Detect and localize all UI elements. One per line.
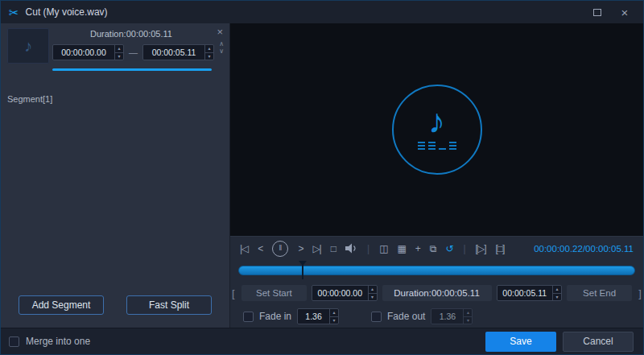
fade-in-stepper: ▴ ▾ bbox=[329, 309, 338, 324]
segment-end-input[interactable]: ▴ ▾ bbox=[142, 44, 214, 60]
fade-in-label: Fade in bbox=[259, 311, 291, 322]
spin-up-icon[interactable]: ▴ bbox=[205, 45, 213, 53]
titlebar: ✂ Cut (My voice.wav) × bbox=[1, 1, 643, 23]
window-title: Cut (My voice.wav) bbox=[26, 6, 108, 18]
trim-end-input[interactable]: ▴ ▾ bbox=[497, 285, 562, 301]
spin-up-icon[interactable]: ▴ bbox=[464, 309, 472, 317]
go-start-icon[interactable]: |◁ bbox=[240, 244, 248, 254]
segment-thumbnail[interactable]: ♪ bbox=[7, 28, 49, 64]
stop-icon[interactable]: □ bbox=[331, 244, 336, 254]
trim-duration-label: Duration:00:00:05.11 bbox=[382, 285, 492, 301]
left-bracket: [ bbox=[230, 287, 237, 299]
current-time: 00:00:00.22 bbox=[534, 244, 583, 254]
segment-actions: Add Segment Fast Split bbox=[1, 295, 229, 328]
set-start-button[interactable]: Set Start bbox=[242, 285, 307, 301]
time-range-dash: — bbox=[129, 47, 138, 57]
segment-end-stepper: ▴ ▾ bbox=[204, 45, 213, 60]
right-bracket: ] bbox=[637, 287, 643, 299]
fade-in-input[interactable]: ▴ ▾ bbox=[297, 308, 339, 324]
segment-reorder: ∧ ∨ bbox=[219, 41, 224, 55]
segment-close-icon[interactable]: × bbox=[217, 27, 223, 37]
segment-duration-label: Duration:00:00:05.11 bbox=[52, 29, 210, 39]
playback-time: 00:00:00.22/00:00:05.11 bbox=[534, 244, 634, 254]
fade-out-input[interactable]: ▴ ▾ bbox=[431, 308, 473, 324]
audio-preview-area: ♪ bbox=[230, 23, 643, 236]
fade-controls: Fade in ▴ ▾ Fade out ▴ ▾ bbox=[230, 305, 643, 328]
spin-down-icon[interactable]: ▾ bbox=[464, 317, 472, 324]
add-segment-button[interactable]: Add Segment bbox=[19, 295, 104, 315]
spin-up-icon[interactable]: ▴ bbox=[330, 309, 338, 317]
copy-segment-icon[interactable]: ⧉ bbox=[430, 244, 436, 254]
spin-up-icon[interactable]: ▴ bbox=[369, 286, 377, 294]
stop-segment-icon[interactable]: [□] bbox=[496, 244, 505, 254]
toolbar-divider: | bbox=[367, 243, 369, 254]
step-forward-icon[interactable]: > bbox=[298, 244, 303, 254]
maximize-button[interactable] bbox=[587, 4, 608, 20]
spin-down-icon[interactable]: ▾ bbox=[330, 317, 338, 324]
scissors-icon: ✂ bbox=[9, 6, 19, 19]
playhead-marker[interactable] bbox=[298, 261, 308, 282]
chevron-down-icon[interactable]: ∨ bbox=[219, 48, 224, 55]
toolbar-divider: | bbox=[463, 243, 465, 254]
fade-out-stepper: ▴ ▾ bbox=[463, 309, 472, 324]
segment-start-stepper: ▴ ▾ bbox=[114, 45, 123, 60]
segment-start-field[interactable] bbox=[53, 45, 114, 60]
trim-start-input[interactable]: ▴ ▾ bbox=[312, 285, 377, 301]
pause-icon[interactable]: ‖ bbox=[272, 241, 288, 257]
spin-up-icon[interactable]: ▴ bbox=[553, 286, 561, 294]
volume-icon[interactable] bbox=[345, 243, 357, 254]
spin-up-icon[interactable]: ▴ bbox=[115, 45, 123, 53]
equalizer-icon bbox=[418, 142, 456, 150]
chevron-up-icon[interactable]: ∧ bbox=[219, 41, 224, 47]
merge-into-one-label: Merge into one bbox=[26, 336, 90, 347]
trim-end-field[interactable] bbox=[497, 286, 552, 300]
play-segment-icon[interactable]: [▷] bbox=[476, 244, 486, 254]
trim-end-stepper: ▴ ▾ bbox=[552, 286, 561, 300]
close-button[interactable]: × bbox=[614, 4, 635, 20]
fade-out-field[interactable] bbox=[431, 309, 463, 324]
transport-bar: |◁ < ‖ > ▷| □ | ◫ ▦ + ⧉ ↺ | [▷] [□] 00:0… bbox=[230, 236, 643, 260]
fade-out-checkbox[interactable] bbox=[371, 312, 382, 322]
cut-dialog-window: ✂ Cut (My voice.wav) × ♪ Duration:00:00:… bbox=[0, 0, 644, 355]
segment-time-row: ▴ ▾ — ▴ ▾ bbox=[52, 44, 214, 60]
fade-in-checkbox[interactable] bbox=[243, 312, 254, 322]
fade-in-field[interactable] bbox=[298, 309, 329, 324]
music-note-icon: ♪ bbox=[428, 105, 445, 138]
go-end-icon[interactable]: ▷| bbox=[312, 244, 320, 254]
trim-controls: [ Set Start ▴ ▾ Duration:00:00:05.11 ▴ ▾… bbox=[230, 281, 643, 305]
segment-editor: ♪ Duration:00:00:05.11 × ∧ ∨ ▴ ▾ — bbox=[1, 23, 229, 93]
cancel-button[interactable]: Cancel bbox=[563, 332, 634, 352]
spin-down-icon[interactable]: ▾ bbox=[369, 294, 377, 301]
step-back-icon[interactable]: < bbox=[258, 244, 262, 254]
save-button[interactable]: Save bbox=[485, 332, 556, 352]
preview-panel: ♪ |◁ < ‖ > ▷| □ | bbox=[230, 23, 643, 328]
fade-out-label: Fade out bbox=[387, 311, 425, 322]
split-segment-icon[interactable]: ◫ bbox=[379, 244, 387, 254]
audio-placeholder-icon: ♪ bbox=[392, 85, 482, 175]
spin-down-icon[interactable]: ▾ bbox=[205, 53, 213, 60]
trim-start-field[interactable] bbox=[312, 286, 367, 300]
maximize-icon bbox=[593, 9, 601, 16]
music-note-icon: ♪ bbox=[24, 37, 32, 56]
timeline-track[interactable] bbox=[238, 266, 635, 275]
playhead-line bbox=[302, 265, 303, 279]
timeline-row bbox=[230, 260, 643, 281]
fast-split-button[interactable]: Fast Split bbox=[126, 295, 212, 315]
merge-segments-icon[interactable]: ▦ bbox=[397, 244, 405, 254]
total-time: 00:00:05.11 bbox=[585, 244, 634, 254]
footer-bar: Merge into one Save Cancel bbox=[1, 328, 643, 354]
spin-down-icon[interactable]: ▾ bbox=[115, 53, 123, 60]
set-end-button[interactable]: Set End bbox=[567, 285, 632, 301]
merge-into-one-checkbox[interactable] bbox=[9, 336, 19, 347]
segment-panel: ♪ Duration:00:00:05.11 × ∧ ∨ ▴ ▾ — bbox=[1, 23, 230, 328]
spin-down-icon[interactable]: ▾ bbox=[553, 294, 561, 301]
reset-icon[interactable]: ↺ bbox=[445, 244, 453, 254]
segment-name-label: Segment[1] bbox=[1, 93, 229, 104]
segment-end-field[interactable] bbox=[143, 45, 204, 60]
segment-range-bar[interactable] bbox=[52, 68, 212, 71]
segment-start-input[interactable]: ▴ ▾ bbox=[52, 44, 124, 60]
trim-start-stepper: ▴ ▾ bbox=[368, 286, 377, 300]
add-marker-icon[interactable]: + bbox=[415, 244, 420, 254]
